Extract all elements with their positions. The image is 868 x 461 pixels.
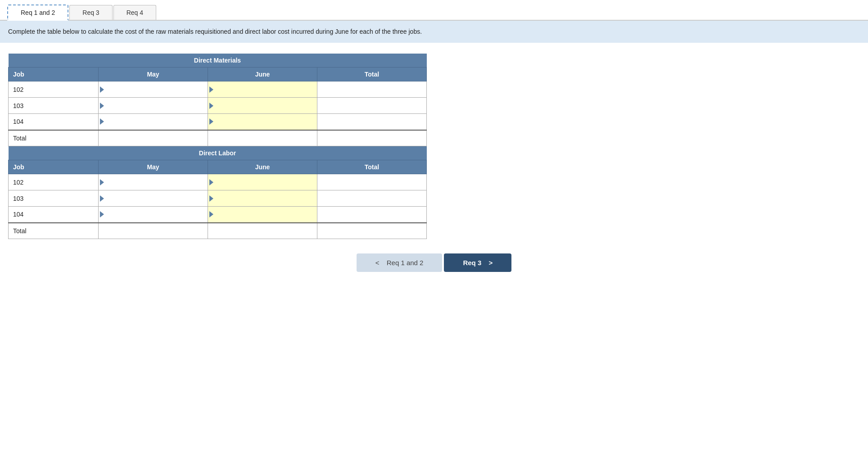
dl-may-102-input[interactable] [104, 175, 208, 190]
dl-may-104[interactable] [99, 207, 208, 223]
dl-total-row: Total [9, 223, 427, 239]
dm-june-total-input[interactable] [208, 131, 317, 146]
dm-june-102[interactable] [208, 81, 317, 98]
tab-req1-and-2[interactable]: Req 1 and 2 [7, 5, 68, 21]
dl-total-102[interactable] [317, 174, 427, 190]
direct-materials-section: Direct Materials Job May June Total 102 [8, 54, 860, 146]
dl-col-total: Total [317, 160, 427, 174]
dl-june-total-input[interactable] [208, 223, 317, 239]
tab-req3[interactable]: Req 3 [69, 5, 112, 20]
dl-may-total[interactable] [99, 223, 208, 239]
dm-row-103: 103 [9, 98, 427, 114]
dl-col-may: May [99, 160, 208, 174]
next-chevron-icon: > [488, 259, 493, 267]
dm-june-104-input[interactable] [213, 114, 317, 129]
dl-may-102[interactable] [99, 174, 208, 190]
dm-may-total[interactable] [99, 130, 208, 146]
prev-button[interactable]: < Req 1 and 2 [357, 253, 443, 272]
page-container: Req 1 and 2 Req 3 Req 4 Complete the tab… [0, 0, 868, 461]
dl-june-104[interactable] [208, 207, 317, 223]
dl-june-102[interactable] [208, 174, 317, 190]
triangle-icon [100, 179, 104, 185]
prev-button-label: Req 1 and 2 [387, 259, 424, 267]
dm-may-102-input[interactable] [104, 82, 208, 97]
dl-label-104: 104 [9, 207, 99, 223]
triangle-icon [100, 211, 104, 217]
dm-june-total[interactable] [208, 130, 317, 146]
dm-col-total: Total [317, 68, 427, 81]
dl-label-103: 103 [9, 190, 99, 207]
dm-june-104[interactable] [208, 114, 317, 130]
dm-title-row: Direct Materials [9, 54, 427, 68]
dl-label-102: 102 [9, 174, 99, 190]
dm-may-total-input[interactable] [99, 131, 208, 146]
dm-june-103-input[interactable] [213, 98, 317, 113]
triangle-icon [100, 118, 104, 125]
dl-june-103-input[interactable] [213, 191, 317, 206]
dl-june-104-input[interactable] [213, 207, 317, 222]
next-button-label: Req 3 [463, 259, 481, 267]
triangle-icon [209, 195, 213, 202]
dm-may-102[interactable] [99, 81, 208, 98]
dm-title-cell: Direct Materials [9, 54, 427, 68]
dl-header-row: Job May June Total [9, 160, 427, 174]
dm-total-row: Total [9, 130, 427, 146]
dl-may-total-input[interactable] [99, 223, 208, 239]
dm-row-102: 102 [9, 81, 427, 98]
dm-label-total: Total [9, 130, 99, 146]
triangle-icon [209, 179, 213, 185]
instruction-box: Complete the table below to calculate th… [0, 21, 868, 43]
dm-may-104-input[interactable] [104, 114, 208, 129]
dm-may-103[interactable] [99, 98, 208, 114]
dl-total-103-input[interactable] [317, 191, 426, 206]
dm-may-104[interactable] [99, 114, 208, 130]
dl-row-102: 102 [9, 174, 427, 190]
dl-total-103[interactable] [317, 190, 427, 207]
dl-total-104[interactable] [317, 207, 427, 223]
dl-may-103-input[interactable] [104, 191, 208, 206]
dm-header-row: Job May June Total [9, 68, 427, 81]
dl-total-102-input[interactable] [317, 175, 426, 190]
triangle-icon [209, 211, 213, 217]
dl-june-103[interactable] [208, 190, 317, 207]
prev-chevron-icon: < [375, 259, 380, 267]
bottom-navigation: < Req 1 and 2 Req 3 > [8, 253, 860, 272]
dm-total-103[interactable] [317, 98, 427, 114]
dm-total-104-input[interactable] [317, 114, 426, 129]
dm-col-job: Job [9, 68, 99, 81]
dl-label-total: Total [9, 223, 99, 239]
dm-total-total-input[interactable] [317, 131, 426, 146]
tab-req4[interactable]: Req 4 [113, 5, 156, 20]
tabs-bar: Req 1 and 2 Req 3 Req 4 [0, 0, 868, 21]
dl-may-104-input[interactable] [104, 207, 208, 222]
triangle-icon [100, 86, 104, 93]
dm-total-total[interactable] [317, 130, 427, 146]
next-button[interactable]: Req 3 > [444, 253, 511, 272]
dm-col-june: June [208, 68, 317, 81]
dm-label-103: 103 [9, 98, 99, 114]
dm-total-103-input[interactable] [317, 98, 426, 113]
main-content: Direct Materials Job May June Total 102 [0, 43, 868, 290]
dl-col-june: June [208, 160, 317, 174]
dl-june-total[interactable] [208, 223, 317, 239]
dm-label-104: 104 [9, 114, 99, 130]
dl-total-total-input[interactable] [317, 223, 426, 239]
direct-labor-table: Direct Labor Job May June Total 102 [8, 146, 427, 239]
dl-june-102-input[interactable] [213, 175, 317, 190]
dl-title-row: Direct Labor [9, 146, 427, 160]
dm-total-102-input[interactable] [317, 82, 426, 97]
dl-row-104: 104 [9, 207, 427, 223]
dl-col-job: Job [9, 160, 99, 174]
dl-title-cell: Direct Labor [9, 146, 427, 160]
dm-june-102-input[interactable] [213, 82, 317, 97]
dm-total-104[interactable] [317, 114, 427, 130]
dm-may-103-input[interactable] [104, 98, 208, 113]
dl-may-103[interactable] [99, 190, 208, 207]
dm-total-102[interactable] [317, 81, 427, 98]
dm-row-104: 104 [9, 114, 427, 130]
dm-june-103[interactable] [208, 98, 317, 114]
dl-total-104-input[interactable] [317, 207, 426, 222]
direct-labor-section: Direct Labor Job May June Total 102 [8, 146, 860, 239]
triangle-icon [209, 118, 213, 125]
dl-total-total[interactable] [317, 223, 427, 239]
